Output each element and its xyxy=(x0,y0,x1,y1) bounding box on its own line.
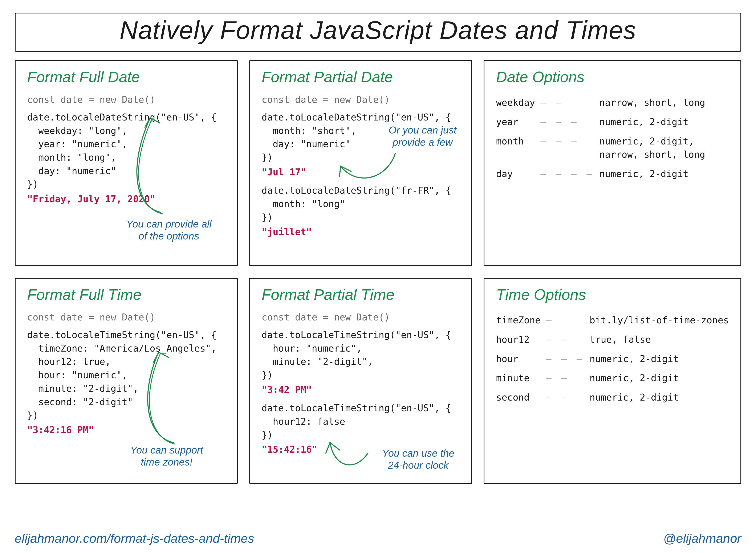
option-key: year xyxy=(496,112,540,132)
option-key: month xyxy=(496,132,540,164)
card-heading: Date Options xyxy=(496,68,729,86)
code-result: "juillet" xyxy=(262,227,460,237)
option-key: timeZone xyxy=(496,311,546,330)
option-dash: — — xyxy=(546,388,589,407)
code-decl: const date = new Date() xyxy=(27,311,225,324)
code-snippet: date.toLocaleDateString("en-US", { month… xyxy=(262,110,460,164)
option-row: minute — — numeric, 2-digit xyxy=(496,368,729,388)
card-time-options: Time Options timeZone — bit.ly/list-of-t… xyxy=(483,278,741,484)
code-decl: const date = new Date() xyxy=(262,311,460,324)
option-dash: — — — xyxy=(540,132,599,164)
option-values: numeric, 2-digit xyxy=(599,112,705,132)
option-row: timeZone — bit.ly/list-of-time-zones xyxy=(496,311,729,330)
card-heading: Format Full Date xyxy=(27,68,225,86)
option-values: true, false xyxy=(590,330,729,349)
option-row: hour — — — numeric, 2-digit xyxy=(496,349,729,369)
code-decl: const date = new Date() xyxy=(262,93,460,106)
option-values: narrow, short, long xyxy=(599,93,705,112)
option-key: weekday xyxy=(496,93,540,112)
option-row: month — — — numeric, 2-digit, narrow, sh… xyxy=(496,132,705,164)
code-snippet: date.toLocaleTimeString("en-US", { hour1… xyxy=(262,401,460,442)
card-format-partial-time: Format Partial Time const date = new Dat… xyxy=(249,278,472,484)
code-result: "Friday, July 17, 2020" xyxy=(27,194,225,205)
card-heading: Format Partial Date xyxy=(262,68,460,86)
card-date-options: Date Options weekday — — narrow, short, … xyxy=(483,60,741,266)
card-heading: Format Full Time xyxy=(27,286,225,303)
annotation-note: You can support time zones! xyxy=(130,444,203,468)
option-values: numeric, 2-digit xyxy=(590,349,729,369)
code-snippet: date.toLocaleTimeString("en-US", { timeZ… xyxy=(27,328,225,422)
code-result: "3:42 PM" xyxy=(262,384,460,395)
option-dash: — — xyxy=(546,330,589,349)
option-row: hour12 — — true, false xyxy=(496,330,729,349)
card-grid: Format Full Date const date = new Date()… xyxy=(10,60,746,484)
code-decl: const date = new Date() xyxy=(27,93,225,106)
option-dash: — — — — xyxy=(540,164,599,183)
option-dash: — — — xyxy=(546,349,589,369)
title-box: Natively Format JavaScript Dates and Tim… xyxy=(15,13,741,52)
footer: elijahmanor.com/format-js-dates-and-time… xyxy=(15,531,741,546)
option-key: second xyxy=(496,388,546,407)
annotation-note: You can provide all of the options xyxy=(126,218,212,242)
card-format-full-time: Format Full Time const date = new Date()… xyxy=(15,278,238,484)
option-values: numeric, 2-digit, narrow, short, long xyxy=(599,132,705,164)
page-root: Natively Format JavaScript Dates and Tim… xyxy=(0,0,756,553)
code-snippet: date.toLocaleDateString("fr-FR", { month… xyxy=(262,184,460,224)
code-result: "3:42:16 PM" xyxy=(27,424,225,435)
option-dash: — — — xyxy=(540,112,599,132)
option-row: weekday — — narrow, short, long xyxy=(496,93,705,112)
option-values: numeric, 2-digit xyxy=(590,388,729,407)
option-values: numeric, 2-digit xyxy=(599,164,705,183)
card-heading: Format Partial Time xyxy=(262,286,460,303)
page-title: Natively Format JavaScript Dates and Tim… xyxy=(22,15,734,45)
option-key: minute xyxy=(496,368,546,388)
code-snippet: date.toLocaleDateString("en-US", { weekd… xyxy=(27,110,225,191)
footer-url: elijahmanor.com/format-js-dates-and-time… xyxy=(15,531,254,546)
code-snippet: date.toLocaleTimeString("en-US", { hour:… xyxy=(262,328,460,382)
option-dash: — — xyxy=(540,93,599,112)
code-result: "15:42:16" xyxy=(262,444,460,455)
option-key: hour xyxy=(496,349,546,369)
option-values: bit.ly/list-of-time-zones xyxy=(590,311,729,330)
card-format-full-date: Format Full Date const date = new Date()… xyxy=(15,60,238,266)
card-heading: Time Options xyxy=(496,286,729,303)
footer-handle: @elijahmanor xyxy=(663,531,741,546)
option-row: day — — — — numeric, 2-digit xyxy=(496,164,705,183)
card-format-partial-date: Format Partial Date const date = new Dat… xyxy=(249,60,472,266)
option-key: day xyxy=(496,164,540,183)
option-dash: — xyxy=(546,311,589,330)
option-row: second — — numeric, 2-digit xyxy=(496,388,729,407)
option-dash: — — xyxy=(546,368,589,388)
option-row: year — — — numeric, 2-digit xyxy=(496,112,705,132)
option-key: hour12 xyxy=(496,330,546,349)
option-values: numeric, 2-digit xyxy=(590,368,729,388)
options-table: weekday — — narrow, short, long year — —… xyxy=(496,93,705,183)
options-table: timeZone — bit.ly/list-of-time-zones hou… xyxy=(496,311,729,407)
code-result: "Jul 17" xyxy=(262,167,460,177)
